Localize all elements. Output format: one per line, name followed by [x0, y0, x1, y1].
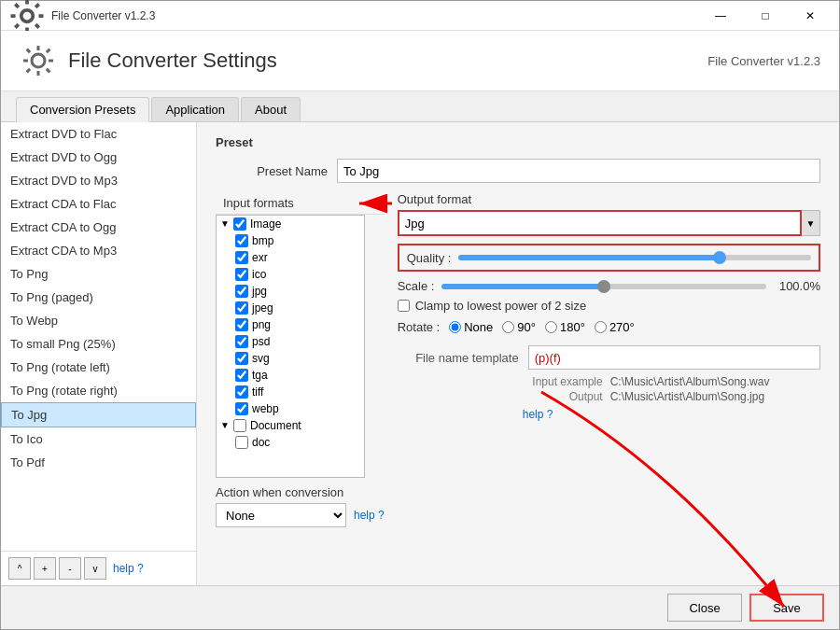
doc-checkbox[interactable]: [235, 436, 248, 449]
action-select-row: None Open folder Open file help ?: [216, 503, 385, 527]
sidebar-help-link[interactable]: help ?: [113, 562, 144, 575]
list-item[interactable]: To Pdf: [1, 451, 196, 474]
rotate-270[interactable]: 270°: [595, 320, 635, 334]
tree-item-webp[interactable]: webp: [217, 400, 364, 417]
close-button[interactable]: ✕: [789, 1, 832, 31]
minimize-button[interactable]: —: [699, 1, 742, 31]
close-button-bottom[interactable]: Close: [667, 594, 742, 622]
png-checkbox[interactable]: [235, 318, 248, 331]
output-path-row: Output C:\Music\Artist\Album\Song.jpg: [398, 390, 820, 403]
window: File Converter v1.2.3 — □ ✕ File Convert…: [0, 0, 840, 630]
action-help-link[interactable]: help ?: [354, 509, 385, 522]
rotate-radio-90[interactable]: [502, 321, 514, 333]
exr-checkbox[interactable]: [235, 251, 248, 264]
tree-item-tiff[interactable]: tiff: [217, 384, 364, 400]
tree-label-exr: exr: [252, 251, 268, 264]
input-formats-panel: ▼ Image bmp exr: [216, 215, 365, 478]
tree-item-jpeg[interactable]: jpeg: [217, 300, 364, 316]
move-down-button[interactable]: v: [84, 557, 106, 580]
list-item-selected[interactable]: To Jpg: [1, 402, 196, 427]
webp-checkbox[interactable]: [235, 402, 248, 415]
list-item[interactable]: Extract DVD to Ogg: [1, 146, 196, 169]
tree-label-psd: psd: [252, 335, 270, 348]
tree-item-psd[interactable]: psd: [217, 333, 364, 350]
tree-label-svg: svg: [252, 352, 270, 365]
tab-conversion[interactable]: Conversion Presets: [16, 97, 149, 122]
list-item[interactable]: Extract CDA to Mp3: [1, 239, 196, 262]
window-title: File Converter v1.2.3: [51, 9, 699, 22]
list-item[interactable]: Extract CDA to Ogg: [1, 216, 196, 239]
tree-label-bmp: bmp: [252, 234, 273, 247]
tree-label-jpeg: jpeg: [252, 301, 273, 315]
list-item[interactable]: Extract CDA to Flac: [1, 192, 196, 216]
tree-item-ico[interactable]: ico: [217, 266, 364, 283]
rotate-radio-270[interactable]: [595, 321, 607, 333]
sidebar-controls: ^ + - v help ?: [1, 551, 196, 585]
scale-row: Scale : 100.0%: [398, 279, 820, 293]
tga-checkbox[interactable]: [235, 369, 248, 382]
save-button[interactable]: Save: [749, 594, 824, 622]
expand-icon[interactable]: ▼: [220, 218, 231, 230]
main-panel: Preset Preset Name Input formats: [197, 122, 839, 585]
tree-item-doc[interactable]: doc: [217, 434, 364, 451]
expand-doc-icon[interactable]: ▼: [220, 420, 231, 431]
tiff-checkbox[interactable]: [235, 385, 248, 399]
rotate-radio-none[interactable]: [449, 321, 461, 333]
select-dropdown-arrow[interactable]: ▼: [802, 210, 820, 236]
tree-item-svg[interactable]: svg: [217, 350, 364, 367]
list-item[interactable]: To Ico: [1, 427, 196, 451]
image-checkbox[interactable]: [233, 217, 246, 231]
tree-item-document-parent[interactable]: ▼ Document: [217, 417, 364, 434]
ico-checkbox[interactable]: [235, 268, 248, 281]
clamp-checkbox[interactable]: [398, 300, 410, 312]
list-item[interactable]: To small Png (25%): [1, 332, 196, 356]
document-checkbox[interactable]: [233, 419, 246, 432]
list-item[interactable]: Extract DVD to Flac: [1, 122, 196, 146]
move-up-button[interactable]: ^: [8, 557, 31, 580]
list-item[interactable]: To Png (rotate right): [1, 379, 196, 402]
list-item[interactable]: To Png (paged): [1, 286, 196, 309]
header-title: File Converter Settings: [68, 49, 277, 73]
scale-value: 100.0%: [774, 279, 820, 293]
list-item[interactable]: To Webp: [1, 309, 196, 332]
tree-item-jpg[interactable]: jpg: [217, 283, 364, 300]
input-example-row: Input example C:\Music\Artist\Album\Song…: [398, 375, 820, 388]
remove-button[interactable]: -: [59, 557, 81, 580]
input-formats-section: Input formats ▼ Image: [216, 192, 385, 527]
tree-item-bmp[interactable]: bmp: [217, 232, 364, 249]
quality-row: Quality :: [398, 244, 820, 272]
header-gear-icon: [20, 42, 57, 79]
tree-item-png[interactable]: png: [217, 316, 364, 333]
rotate-180[interactable]: 180°: [545, 320, 585, 334]
list-item[interactable]: To Png: [1, 262, 196, 286]
file-template-input[interactable]: [528, 345, 820, 370]
two-panel: Input formats ▼ Image: [216, 192, 820, 527]
tree-item-tga[interactable]: tga: [217, 367, 364, 384]
title-bar: File Converter v1.2.3 — □ ✕: [1, 1, 839, 31]
output-format-select[interactable]: Jpg Png Webp Ico Pdf: [398, 210, 802, 236]
tab-about[interactable]: About: [241, 97, 301, 121]
action-select[interactable]: None Open folder Open file: [216, 503, 346, 527]
tree-item-image-parent[interactable]: ▼ Image: [217, 216, 364, 232]
template-help-link[interactable]: help ?: [523, 408, 553, 421]
rotate-radio-180[interactable]: [545, 321, 557, 333]
list-item[interactable]: To Png (rotate left): [1, 356, 196, 379]
svg-checkbox[interactable]: [235, 352, 248, 365]
rotate-90[interactable]: 90°: [502, 320, 536, 334]
jpg-checkbox[interactable]: [235, 285, 248, 298]
tree-item-exr[interactable]: exr: [217, 249, 364, 266]
tree-area: ▼ Image bmp exr: [217, 216, 364, 477]
maximize-button[interactable]: □: [744, 1, 787, 31]
tab-application[interactable]: Application: [151, 97, 239, 121]
output-panel: Output format Jpg Png Webp Ico Pdf ▼: [398, 192, 820, 527]
rotate-none[interactable]: None: [449, 320, 493, 334]
add-button[interactable]: +: [34, 557, 56, 580]
rotate-90-label: 90°: [517, 320, 536, 334]
quality-slider[interactable]: [458, 255, 811, 260]
list-item[interactable]: Extract DVD to Mp3: [1, 169, 196, 192]
psd-checkbox[interactable]: [235, 335, 248, 348]
preset-name-input[interactable]: [337, 159, 820, 183]
scale-slider[interactable]: [441, 284, 766, 289]
bmp-checkbox[interactable]: [235, 234, 248, 247]
jpeg-checkbox[interactable]: [235, 301, 248, 315]
